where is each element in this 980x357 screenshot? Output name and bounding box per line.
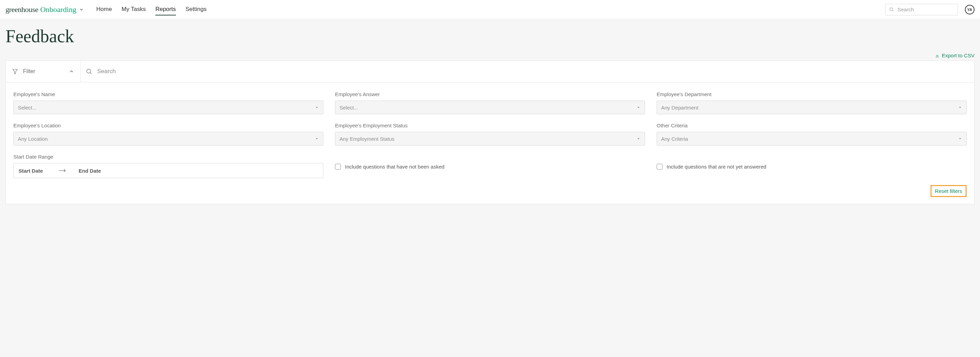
select-placeholder: Any Criteria [661,136,688,142]
select-other-criteria[interactable]: Any Criteria [657,132,967,146]
daterange-start: Start Date [19,168,43,174]
download-icon [935,53,940,58]
panel-top: Filter [6,61,974,83]
reset-filters-button[interactable]: Reset filters [931,185,967,197]
caret-down-icon [636,105,641,109]
label-start-date-range: Start Date Range [13,154,323,160]
nav-home[interactable]: Home [96,4,112,16]
select-employee-answer[interactable]: Select... [335,101,645,114]
brand-name-2: Onboarding [40,5,76,14]
select-employment-status[interactable]: Any Employment Status [335,132,645,146]
filter-toggle[interactable]: Filter [6,61,81,82]
export-csv-button[interactable]: Export to CSV [935,52,975,58]
caret-down-icon [315,105,319,109]
top-bar: greenhouse Onboarding Home My Tasks Repo… [0,0,980,19]
svg-point-3 [87,69,91,73]
search-icon [889,7,894,12]
page-title: Feedback [5,26,975,46]
main-nav: Home My Tasks Reports Settings [96,4,207,16]
svg-marker-2 [13,69,18,74]
filter-label: Filter [23,68,35,75]
filter-panel: Filter Employee's Name Select... Emplo [5,60,975,204]
daterange-picker[interactable]: Start Date End Date [13,163,323,178]
checkbox-include-not-answered[interactable] [657,164,662,170]
field-include-not-asked: Include questions that have not been ask… [335,155,645,178]
caret-down-icon [315,136,319,141]
svg-marker-5 [316,107,318,108]
select-placeholder: Any Employment Status [339,136,395,142]
field-employee-answer: Employee's Answer Select... [335,91,645,114]
select-employee-location[interactable]: Any Location [13,132,323,146]
field-employee-location: Employee's Location Any Location [13,122,323,146]
svg-marker-6 [637,107,640,108]
brand-switcher[interactable]: greenhouse Onboarding [5,5,84,14]
field-other-criteria: Other Criteria Any Criteria [657,122,967,146]
select-placeholder: Any Location [18,136,48,142]
chevron-down-icon [79,7,84,12]
select-placeholder: Any Department [661,105,698,111]
export-csv-label: Export to CSV [942,52,975,58]
panel-search[interactable] [81,61,974,82]
svg-marker-8 [316,138,318,140]
label-include-not-answered: Include questions that are not yet answe… [667,164,766,170]
daterange-end: End Date [79,168,101,174]
checkbox-include-not-asked[interactable] [335,164,341,170]
label-include-not-asked: Include questions that have not been ask… [345,164,444,170]
label-employee-department: Employee's Department [657,91,967,97]
avatar[interactable]: YA [965,5,975,14]
export-row: Export to CSV [5,52,975,58]
panel-search-input[interactable] [97,68,969,75]
caret-down-icon [958,105,962,109]
label-employment-status: Employee's Employment Status [335,122,645,129]
label-employee-location: Employee's Location [13,122,323,129]
chevron-up-icon [69,69,74,74]
label-employee-answer: Employee's Answer [335,91,645,97]
field-start-date-range: Start Date Range Start Date End Date [13,154,323,178]
caret-down-icon [958,136,962,141]
select-employee-name[interactable]: Select... [13,101,323,114]
svg-line-4 [91,73,92,74]
search-icon [86,68,92,75]
top-search[interactable] [885,4,958,16]
nav-settings[interactable]: Settings [186,4,207,16]
filters-body: Employee's Name Select... Employee's Ans… [6,83,974,185]
caret-down-icon [636,136,641,141]
svg-point-0 [890,8,893,11]
nav-my-tasks[interactable]: My Tasks [122,4,146,16]
panel-footer: Reset filters [6,185,974,204]
field-employment-status: Employee's Employment Status Any Employm… [335,122,645,146]
select-employee-department[interactable]: Any Department [657,101,967,114]
select-placeholder: Select... [18,105,37,111]
label-employee-name: Employee's Name [13,91,323,97]
svg-marker-10 [959,138,961,140]
select-placeholder: Select... [339,105,358,111]
page: Feedback Export to CSV Filter Employee's… [0,19,980,210]
field-employee-department: Employee's Department Any Department [657,91,967,114]
filter-icon [12,68,18,75]
brand-name-1: greenhouse [5,5,38,14]
nav-reports[interactable]: Reports [155,4,176,16]
label-other-criteria: Other Criteria [657,122,967,129]
svg-marker-9 [637,138,640,140]
svg-marker-7 [959,107,961,108]
field-include-not-answered: Include questions that are not yet answe… [657,155,967,178]
arrow-right-icon [59,168,66,173]
top-search-input[interactable] [897,6,954,13]
field-employee-name: Employee's Name Select... [13,91,323,114]
svg-line-1 [892,10,893,11]
